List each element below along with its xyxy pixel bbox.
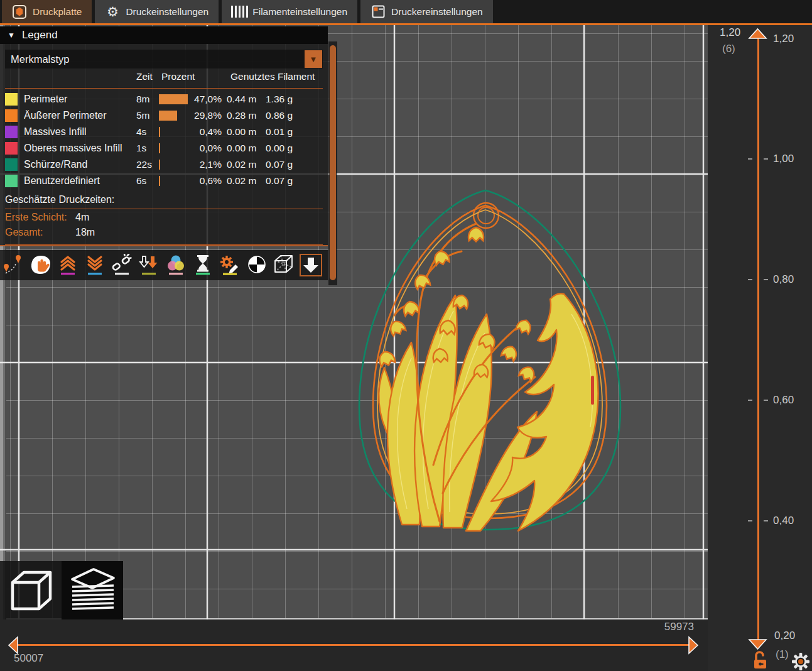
move-slider-right-handle[interactable] [687, 636, 700, 658]
legend-header[interactable]: ▼ Legend [0, 26, 328, 44]
legend-row-top-solid-infill[interactable]: Oberes massives Infill 1s 0,0% 0.00 m 0.… [0, 140, 328, 156]
tab-label: Druckeinstellungen [126, 6, 208, 18]
ruler-tick: 0,40 [708, 515, 812, 527]
col-time: Zeit [136, 71, 153, 82]
travel-moves-icon[interactable] [1, 251, 26, 279]
move-slider-end-value: 59973 [631, 621, 694, 633]
col-filament: Genutztes Filament [230, 71, 315, 82]
color-swatch [5, 175, 18, 187]
tab-label: Filamenteinstellungen [252, 6, 347, 18]
tool-marker-icon[interactable] [298, 251, 323, 279]
gcode-move-slider-bar: 59973 50007 [0, 619, 708, 671]
legend-row-perimeter[interactable]: Perimeter 8m 47,0% 0.44 m 1.36 g [0, 91, 328, 107]
legend-row-solid-infill[interactable]: Massives Infill 4s 0,4% 0.00 m 0.01 g [0, 124, 328, 140]
preview-options-toolbar [0, 250, 328, 280]
print-times-title: Geschätzte Druckzeiten: [0, 190, 328, 207]
divider [5, 244, 323, 245]
current-bottom-layer: (1) [776, 648, 789, 661]
model-leaves [379, 293, 598, 531]
ruler-tick: 0,80 [708, 273, 812, 286]
retractions-icon[interactable] [55, 251, 80, 279]
layer-slider-upper-handle[interactable] [747, 28, 768, 43]
layer-slider-panel: 1,20 (6) 1,20 1,00 0,80 0,60 0,40 0,20 (… [708, 25, 812, 671]
view-mode-switcher [0, 561, 123, 619]
legend-title: Legend [22, 29, 58, 41]
tab-druckereinstellungen[interactable]: Druckereinstellungen [360, 0, 493, 23]
slider-settings-gear-icon[interactable] [791, 652, 810, 671]
seams-icon[interactable] [109, 251, 134, 279]
legend-row-custom[interactable]: Benutzerdefiniert 6s 0,6% 0.02 m 0.07 g [0, 173, 328, 189]
color-swatch [5, 109, 18, 122]
current-top-height: 1,20 [720, 26, 740, 39]
tab-druckeinstellungen[interactable]: ⚙ Druckeinstellungen [95, 0, 219, 23]
color-swatch [5, 93, 18, 106]
color-swatch [5, 126, 18, 138]
col-percent: Prozent [161, 71, 195, 82]
layer-slider-track[interactable] [757, 38, 759, 642]
current-bottom-height: 0,20 [774, 630, 795, 642]
dropdown-arrow-button[interactable]: ▼ [305, 50, 322, 68]
percent-bar [159, 160, 160, 170]
color-swatch [5, 158, 18, 171]
pause-prints-icon[interactable] [190, 251, 215, 279]
legend-column-headers: Zeit Prozent Genutztes Filament [0, 71, 328, 86]
settings-tab-bar: Druckplatte ⚙ Druckeinstellungen Filamen… [0, 0, 812, 25]
filament-icon [232, 4, 247, 19]
percent-bar [159, 143, 160, 153]
shells-icon[interactable] [271, 251, 296, 279]
feature-type-dropdown[interactable]: Merkmalstyp ▼ [5, 50, 323, 68]
tab-label: Druckplatte [33, 6, 82, 18]
percent-bar [159, 176, 160, 186]
slicer-preview-window: Druckplatte ⚙ Druckeinstellungen Filamen… [0, 0, 812, 671]
3d-view-button[interactable] [0, 561, 62, 619]
collapse-triangle-icon: ▼ [8, 31, 15, 40]
tab-filamenteinstellungen[interactable]: Filamenteinstellungen [222, 0, 357, 23]
legend-row-outer-perimeter[interactable]: Äußerer Perimeter 5m 29,8% 0.28 m 0.86 g [0, 107, 328, 124]
gear-icon: ⚙ [105, 4, 120, 19]
legend-panel: ▼ Legend Merkmalstyp ▼ Zeit Prozent Genu… [0, 26, 328, 246]
move-slider-start-value: 50007 [14, 652, 43, 665]
current-top-layer: (6) [722, 43, 735, 55]
wipe-icon[interactable] [28, 251, 53, 279]
percent-bar [159, 127, 160, 137]
ruler-tick: 0,60 [708, 394, 812, 406]
layer-view-button[interactable] [62, 561, 123, 619]
legend-scrollbar-thumb[interactable] [330, 45, 336, 280]
total-time-row: Gesamt: 18m [0, 224, 328, 239]
percent-bar [159, 111, 177, 121]
legend-scrollbar[interactable] [328, 41, 337, 285]
legend-row-skirt-brim[interactable]: Schürze/Rand 22s 2,1% 0.02 m 0.07 g [0, 156, 328, 173]
unlock-icon[interactable] [752, 651, 769, 671]
feature-type-value: Merkmalstyp [11, 53, 70, 65]
custom-gcode-icon[interactable] [217, 251, 242, 279]
first-layer-time-row: Erste Schicht: 4m [0, 209, 328, 224]
move-slider-track[interactable] [16, 644, 693, 646]
print-plate-icon [12, 4, 27, 19]
tool-changes-icon[interactable] [136, 251, 161, 279]
center-of-mass-icon[interactable] [244, 251, 269, 279]
top-infill-mark [591, 376, 594, 405]
tab-druckplatte[interactable]: Druckplatte [2, 0, 92, 23]
printer-icon [371, 4, 386, 19]
ruler-tick: 1,00 [708, 153, 812, 165]
color-swatch [5, 142, 18, 155]
ruler-label-top: 1,20 [773, 33, 794, 45]
model-wave [491, 293, 598, 531]
color-changes-icon[interactable] [163, 251, 188, 279]
tab-label: Druckereinstellungen [391, 6, 483, 18]
legend-rows: Perimeter 8m 47,0% 0.44 m 1.36 g Äußerer… [0, 89, 328, 190]
deretractions-icon[interactable] [82, 251, 107, 279]
percent-bar [159, 94, 188, 104]
